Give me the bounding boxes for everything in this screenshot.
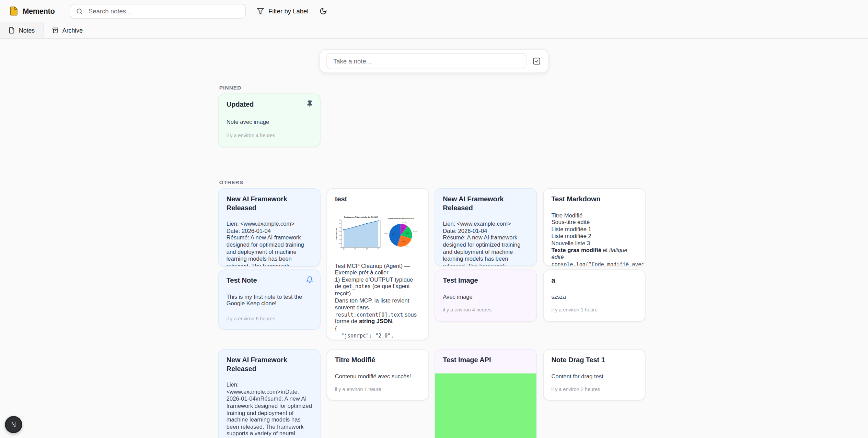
- note-title: New AI Framework Released: [227, 195, 312, 212]
- note-timestamp: il y a environ 2 heures: [551, 387, 637, 392]
- note-card-test-note[interactable]: Test Note This is my first note to test …: [218, 269, 320, 330]
- filter-by-label-button[interactable]: Filter by Label: [252, 5, 313, 17]
- svg-text:10.0%: 10.0%: [402, 228, 405, 229]
- note-content: Test MCP Cleanup (Agent) — Exemple prêt …: [335, 263, 421, 340]
- avatar-initial: N: [11, 421, 16, 429]
- svg-text:60: 60: [339, 223, 340, 224]
- note-image-charts: Croissance Trimestrielle du CA (M€)Chiff…: [335, 210, 421, 256]
- note-title: Test Markdown: [551, 195, 637, 204]
- app-name: Memento: [23, 7, 55, 15]
- svg-text:Chiffre d'affaires (M€): Chiffre d'affaires (M€): [336, 228, 337, 239]
- note-content: Avec image: [443, 294, 529, 300]
- note-title: Titre Modifié: [335, 356, 421, 365]
- note-card-note-drag-test-1[interactable]: Note Drag Test 1 Content for drag test i…: [543, 349, 645, 401]
- note-card-ai-framework-1[interactable]: New AI Framework Released Lien: <www.exa…: [218, 188, 320, 267]
- svg-text:Consulting: Consulting: [402, 222, 408, 224]
- svg-text:Q3: Q3: [366, 248, 368, 250]
- tab-notes[interactable]: Notes: [0, 22, 44, 38]
- note-header: Test Image API: [435, 350, 536, 371]
- svg-text:25.0%: 25.0%: [402, 241, 405, 242]
- note-card-ai-framework-3[interactable]: New AI Framework Released Lien: <www.exa…: [218, 349, 320, 438]
- pin-icon: [306, 100, 313, 107]
- note-card-ai-framework-2[interactable]: New AI Framework Released Lien: <www.exa…: [435, 188, 537, 266]
- note-timestamp: il y a environ 4 heures: [227, 133, 312, 138]
- notes-main-area: PINNED Updated Note avec image il y a en…: [0, 39, 868, 438]
- reminder-button[interactable]: [305, 275, 314, 284]
- svg-text:50: 50: [339, 227, 340, 228]
- note-title: test: [335, 195, 421, 204]
- note-content: Lien: <www.example.com> Date: 2026-01-04…: [227, 221, 312, 267]
- filter-funnel-icon: [257, 8, 264, 15]
- svg-text:Croissance Trimestrielle du CA: Croissance Trimestrielle du CA (M€): [344, 216, 378, 218]
- tab-bar: Notes Archive: [0, 22, 868, 39]
- note-content: Content for drag test: [551, 373, 637, 380]
- svg-text:Q2: Q2: [355, 248, 356, 250]
- theme-toggle-button[interactable]: [317, 5, 329, 17]
- note-card-test-markdown[interactable]: Test Markdown Titre Modifié Sous-titre é…: [543, 188, 645, 266]
- user-avatar[interactable]: N: [5, 416, 22, 433]
- note-title: New AI Framework Released: [227, 356, 312, 374]
- svg-text:40: 40: [339, 231, 340, 232]
- search-icon: [76, 8, 83, 15]
- svg-text:0: 0: [340, 247, 340, 248]
- note-content: Note avec image: [227, 119, 312, 126]
- search-box[interactable]: [70, 3, 246, 19]
- file-logo-icon: [9, 6, 19, 16]
- note-content: Lien: <www.example.com>\nDate: 2026-01-0…: [227, 382, 312, 438]
- svg-text:Licences: Licences: [413, 230, 418, 232]
- note-timestamp: il y a environ 6 heures: [227, 316, 312, 321]
- svg-text:Répartition des Revenus 2024: Répartition des Revenus 2024: [389, 217, 415, 220]
- svg-text:10: 10: [339, 243, 340, 244]
- note-content: Contenu modifié avec succès!: [335, 373, 421, 380]
- note-content: Titre Modifié Sous-titre édité Liste mod…: [551, 212, 637, 266]
- notes-board: PINNED Updated Note avec image il y a en…: [218, 39, 645, 438]
- memento-app: Memento Filter by Label Notes: [0, 0, 868, 438]
- svg-text:45.0%: 45.0%: [392, 233, 395, 235]
- note-content: This is my first note to test the Google…: [227, 294, 312, 308]
- note-content: Lien: <www.example.com> Date: 2026-01-04…: [443, 221, 529, 266]
- filter-by-label-label: Filter by Label: [268, 8, 309, 14]
- note-title: Updated: [227, 101, 312, 109]
- app-logo: Memento: [9, 6, 55, 16]
- note-card-test-image[interactable]: Test Image Avec image il y a environ 4 h…: [435, 269, 537, 322]
- note-title: a: [551, 276, 637, 285]
- revenue-distribution-pie-chart: Répartition des Revenus 202410.0%Consult…: [382, 210, 420, 256]
- note-content: szsza: [551, 294, 637, 300]
- svg-text:Services: Services: [407, 246, 411, 247]
- note-card-test-image-api[interactable]: Test Image API: [435, 349, 537, 438]
- note-card-titre-modifie[interactable]: Titre Modifié Contenu modifié avec succè…: [327, 349, 429, 401]
- svg-text:Produits: Produits: [384, 233, 388, 234]
- quarterly-revenue-area-chart: Croissance Trimestrielle du CA (M€)Chiff…: [335, 210, 382, 256]
- pin-button[interactable]: [305, 99, 314, 108]
- tab-notes-label: Notes: [19, 27, 35, 33]
- note-card-test[interactable]: test Croissance Trimestrielle du CA (M€)…: [327, 188, 429, 340]
- note-image-green: [435, 374, 536, 438]
- note-title: Test Image API: [443, 356, 529, 365]
- others-section-label: OTHERS: [219, 179, 244, 186]
- svg-text:30: 30: [339, 235, 340, 236]
- svg-text:20.0%: 20.0%: [406, 232, 409, 234]
- moon-icon: [320, 7, 327, 15]
- note-title: Test Note: [227, 276, 312, 285]
- note-title: Test Image: [443, 276, 529, 285]
- header: Memento Filter by Label: [0, 0, 868, 22]
- archive-icon: [52, 27, 58, 33]
- svg-text:Q1: Q1: [343, 248, 345, 250]
- pinned-section-label: PINNED: [219, 85, 242, 91]
- note-title: Note Drag Test 1: [551, 356, 637, 365]
- note-title: New AI Framework Released: [443, 195, 529, 212]
- svg-text:Q4: Q4: [378, 248, 379, 250]
- search-input[interactable]: [88, 7, 240, 15]
- note-timestamp: il y a environ 1 heure: [335, 387, 421, 392]
- svg-text:70: 70: [339, 219, 340, 221]
- note-card-a[interactable]: a szsza il y a environ 1 heure: [543, 269, 645, 322]
- note-timestamp: il y a environ 4 heures: [443, 307, 529, 313]
- note-card-updated[interactable]: Updated Note avec image il y a environ 4…: [218, 94, 320, 147]
- svg-text:20: 20: [339, 239, 340, 240]
- note-file-icon: [8, 27, 15, 33]
- bell-icon: [306, 276, 313, 283]
- tab-archive[interactable]: Archive: [44, 22, 91, 38]
- tab-archive-label: Archive: [62, 27, 83, 33]
- note-timestamp: il y a environ 1 heure: [551, 307, 637, 313]
